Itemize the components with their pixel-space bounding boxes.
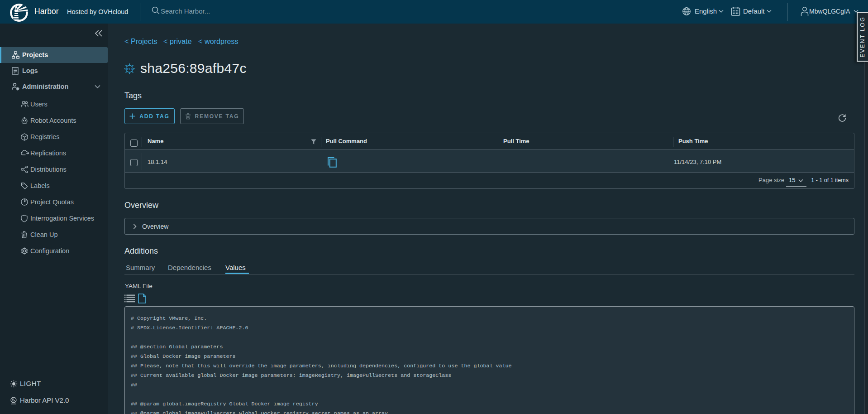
svg-text:HELM: HELM (125, 67, 134, 71)
